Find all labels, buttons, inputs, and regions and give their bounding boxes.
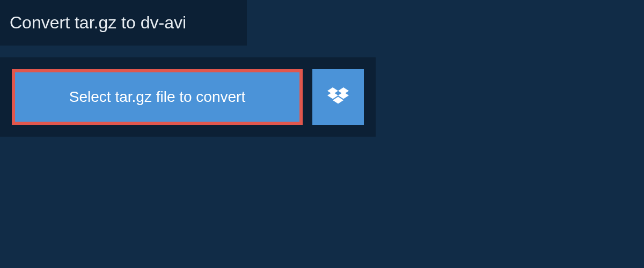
title-bar: Convert tar.gz to dv-avi	[0, 0, 247, 46]
page-title: Convert tar.gz to dv-avi	[10, 13, 237, 33]
upload-panel: Select tar.gz file to convert	[0, 57, 376, 137]
dropbox-icon	[327, 87, 349, 107]
spacer	[0, 46, 644, 57]
dropbox-button[interactable]	[312, 69, 364, 125]
select-file-label: Select tar.gz file to convert	[69, 88, 245, 106]
select-file-button[interactable]: Select tar.gz file to convert	[12, 69, 303, 125]
